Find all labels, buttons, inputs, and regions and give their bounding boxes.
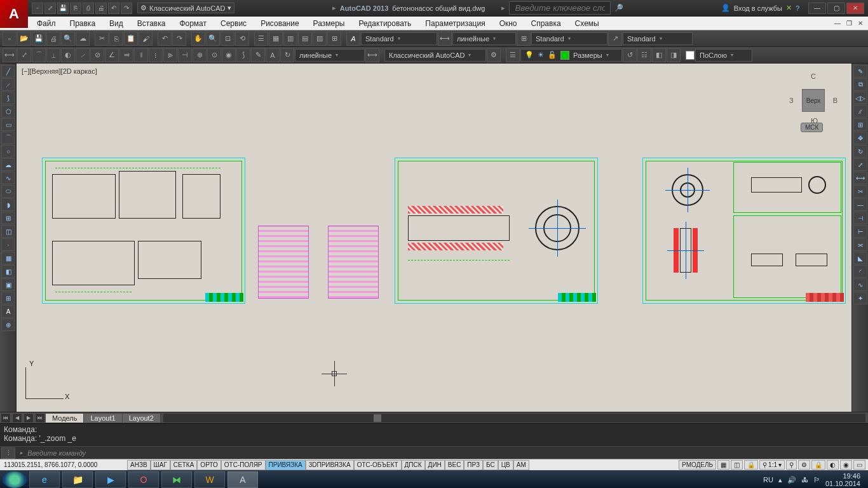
dim-diameter-icon[interactable]: ⊘ <box>90 48 104 62</box>
dim-style-icon[interactable]: ⟷ <box>438 32 452 46</box>
qp-icon[interactable]: ◫ <box>731 460 743 470</box>
menu-modify[interactable]: Редактировать <box>352 18 417 29</box>
scale-icon[interactable]: ⤢ <box>853 158 867 171</box>
task-word-icon[interactable]: W <box>194 471 225 488</box>
layer-prev-icon[interactable]: ↺ <box>623 48 637 62</box>
command-input[interactable]: Введите команду <box>27 449 86 457</box>
dim-style-dropdown[interactable]: линейные ▾ <box>452 32 516 45</box>
h-scrollbar[interactable] <box>163 414 865 423</box>
status-toggle-цв[interactable]: ЦВ <box>498 460 513 470</box>
array-icon[interactable]: ⊞ <box>853 118 867 131</box>
search-icon[interactable]: 🔎 <box>614 4 623 12</box>
dim-edit-icon[interactable]: ✎ <box>251 48 265 62</box>
wcs-label[interactable]: МСК <box>801 123 823 132</box>
menu-window[interactable]: Окно <box>493 18 524 29</box>
task-media-icon[interactable]: ▶ <box>95 471 126 488</box>
region-icon[interactable]: ▣ <box>1 278 15 291</box>
layer-state-icon[interactable]: ☷ <box>637 48 651 62</box>
clean-screen-icon[interactable]: ▭ <box>853 460 865 470</box>
toolpalettes-icon[interactable]: ▥ <box>283 32 297 46</box>
color-swatch[interactable] <box>686 51 695 60</box>
command-history[interactable]: Команда: Команда: '_.zoom _e <box>0 424 868 446</box>
dim-style2-dropdown[interactable]: линейные ▾ <box>295 49 365 62</box>
qat-new-icon[interactable]: ▫ <box>32 3 43 14</box>
status-toggle-привязка[interactable]: ПРИВЯЗКА <box>266 460 306 470</box>
annotation-scale[interactable]: ⚲ 1:1 ▾ <box>759 460 785 470</box>
status-toggle-орто[interactable]: ОРТО <box>197 460 220 470</box>
status-toggle-отс-объект[interactable]: ОТС-ОБЪЕКТ <box>354 460 402 470</box>
center-mark-icon[interactable]: ⊙ <box>207 48 221 62</box>
dim-ordinate-icon[interactable]: ⟂ <box>46 48 60 62</box>
dim-tedit-icon[interactable]: A <box>266 48 280 62</box>
text-style-icon[interactable]: A <box>346 32 360 46</box>
stretch-icon[interactable]: ⟷ <box>853 172 867 184</box>
line-icon[interactable]: ╱ <box>1 65 15 78</box>
dim-radius-icon[interactable]: ◐ <box>61 48 75 62</box>
dim-linear-icon[interactable]: ⟷ <box>3 48 17 62</box>
workspace-gear-icon[interactable]: ⚙ <box>487 48 501 62</box>
save-icon[interactable]: 💾 <box>32 32 46 46</box>
zoom-prev-icon[interactable]: ⟲ <box>235 32 249 46</box>
anno-vis-icon[interactable]: ⚲ <box>786 460 797 470</box>
hatch-icon[interactable]: ▦ <box>1 252 15 264</box>
layer-iso-icon[interactable]: ◧ <box>652 48 666 62</box>
tab-prev-icon[interactable]: ◀ <box>12 413 22 423</box>
minimize-button[interactable]: — <box>808 3 826 14</box>
status-toggle-вес[interactable]: ВЕС <box>445 460 465 470</box>
table-style-dropdown[interactable]: Standard ▾ <box>531 32 607 45</box>
rotate-icon[interactable]: ↻ <box>853 145 867 158</box>
isolate-icon[interactable]: ◉ <box>840 460 852 470</box>
designcenter-icon[interactable]: ▦ <box>269 32 283 46</box>
pan-icon[interactable]: ✋ <box>191 32 205 46</box>
dim-aligned-icon[interactable]: ⤢ <box>17 48 31 62</box>
dim-style-mgr-icon[interactable]: ⟷ <box>365 48 379 62</box>
sheetset-icon[interactable]: ▤ <box>298 32 312 46</box>
qcalc-icon[interactable]: ⊞ <box>327 32 341 46</box>
status-toggle-дин[interactable]: ДИН <box>425 460 445 470</box>
dim-jogged-icon[interactable]: ⟋ <box>76 48 90 62</box>
layer-dropdown[interactable]: 💡 ☀ 🔓 Размеры ▾ <box>520 49 622 62</box>
workspace-switch-icon[interactable]: ⚙ <box>798 460 810 470</box>
status-toggle-сетка[interactable]: СЕТКА <box>170 460 198 470</box>
trim-icon[interactable]: ✂ <box>853 185 867 198</box>
qat-open-icon[interactable]: ⤢ <box>44 3 56 14</box>
viewcube[interactable]: С Ю В З Верх МСК <box>788 70 839 133</box>
extend-icon[interactable]: — <box>853 198 867 211</box>
hardware-accel-icon[interactable]: ◐ <box>827 460 839 470</box>
viewport-label[interactable]: [−][Верхняя][2D каркас] <box>22 67 97 75</box>
point-icon[interactable]: · <box>1 238 15 251</box>
dim-arc-icon[interactable]: ⌒ <box>32 48 46 62</box>
tolerance-icon[interactable]: ⊕ <box>193 48 207 62</box>
start-button[interactable] <box>3 471 27 488</box>
tray-network-icon[interactable]: 🖧 <box>801 476 808 484</box>
jogged-linear-icon[interactable]: ⟆ <box>236 48 250 62</box>
tray-show-hidden-icon[interactable]: ▴ <box>778 476 782 484</box>
rectangle-icon[interactable]: ▭ <box>1 118 15 131</box>
tray-clock[interactable]: 19:46 01.10.2014 <box>825 472 860 487</box>
menu-tools[interactable]: Сервис <box>214 18 253 29</box>
viewcube-face[interactable]: Верх <box>802 89 825 112</box>
qat-save-icon[interactable]: 💾 <box>57 3 69 14</box>
table-style-icon[interactable]: ⊞ <box>517 32 531 46</box>
offset-icon[interactable]: ⫽ <box>853 105 867 118</box>
spline-icon[interactable]: ∿ <box>1 172 15 184</box>
zoom-rt-icon[interactable]: 🔍 <box>206 32 220 46</box>
qat-print-icon[interactable]: 🖨 <box>95 3 107 14</box>
doc-close-icon[interactable]: ✕ <box>855 19 865 28</box>
status-toggle-шаг[interactable]: ШАГ <box>151 460 170 470</box>
join-icon[interactable]: ⫘ <box>853 238 867 251</box>
undo-icon[interactable]: ↶ <box>158 32 172 46</box>
circle-icon[interactable]: ○ <box>1 145 15 158</box>
preview-icon[interactable]: 🔍 <box>61 32 75 46</box>
addsel-icon[interactable]: ⊕ <box>1 318 15 331</box>
explode-icon[interactable]: ✦ <box>853 292 867 304</box>
menu-format[interactable]: Формат <box>173 18 213 29</box>
task-opera-icon[interactable]: O <box>128 471 159 488</box>
menu-view[interactable]: Вид <box>103 18 130 29</box>
chamfer-icon[interactable]: ◣ <box>853 252 867 264</box>
status-toggle-прз[interactable]: ПРЗ <box>464 460 483 470</box>
dim-quick-icon[interactable]: ⥤ <box>119 48 133 62</box>
tab-layout1[interactable]: Layout1 <box>83 413 122 423</box>
tab-last-icon[interactable]: ⏭ <box>35 413 45 423</box>
revcloud-icon[interactable]: ☁ <box>1 158 15 171</box>
